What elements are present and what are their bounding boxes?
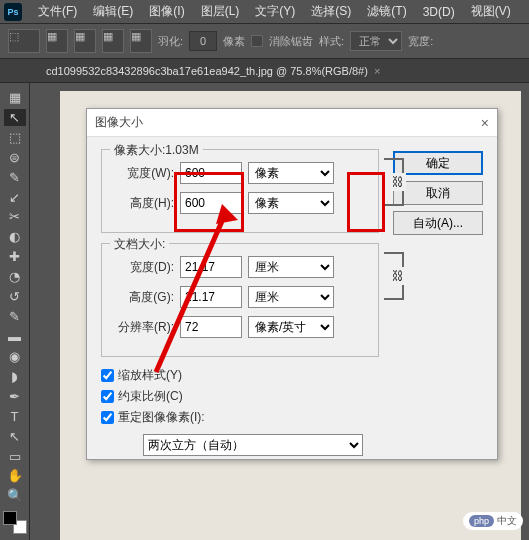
height-label: 高度(H): xyxy=(112,195,174,212)
antialias-label: 消除锯齿 xyxy=(269,34,313,49)
feather-label: 羽化: xyxy=(158,34,183,49)
dialog-titlebar[interactable]: 图像大小 × xyxy=(87,109,497,137)
crop-tool[interactable]: ↙ xyxy=(4,189,26,206)
doc-width-unit[interactable]: 厘米 xyxy=(248,256,334,278)
menu-filter[interactable]: 滤镜(T) xyxy=(359,3,414,20)
php-badge: php xyxy=(469,515,494,527)
hand-tool[interactable]: ✋ xyxy=(4,468,26,485)
interpolation-select[interactable]: 两次立方（自动） xyxy=(143,434,363,456)
width-label: 宽度: xyxy=(408,34,433,49)
dialog-body: 确定 取消 自动(A)... 像素大小:1.03M 宽度(W): 像素 高度(H… xyxy=(87,137,497,461)
path-tool[interactable]: ↖ xyxy=(4,428,26,445)
document-tab[interactable]: cd1099532c83432896c3ba17e61ea942_th.jpg … xyxy=(38,65,388,77)
constrain-prop-box[interactable] xyxy=(101,390,114,403)
menu-edit[interactable]: 编辑(E) xyxy=(85,3,141,20)
gradient-tool[interactable]: ▬ xyxy=(4,328,26,345)
brush-tool[interactable]: ✚ xyxy=(4,248,26,265)
height-input[interactable] xyxy=(180,192,242,214)
fg-color[interactable] xyxy=(3,511,17,525)
link-icon: ⛓ xyxy=(390,267,406,285)
options-checks: 缩放样式(Y) 约束比例(C) 重定图像像素(I): xyxy=(101,367,483,426)
menubar: Ps 文件(F) 编辑(E) 图像(I) 图层(L) 文字(Y) 选择(S) 滤… xyxy=(0,0,529,24)
menu-layer[interactable]: 图层(L) xyxy=(193,3,248,20)
antialias-check[interactable] xyxy=(251,35,263,47)
mode-new[interactable]: ▦ xyxy=(46,29,68,53)
tool-expand-icon[interactable]: ▦ xyxy=(4,89,26,106)
menu-file[interactable]: 文件(F) xyxy=(30,3,85,20)
doc-size-label: 文档大小: xyxy=(110,236,169,253)
constrain-link-doc[interactable]: ⛓ xyxy=(384,252,404,300)
doc-height-label: 高度(G): xyxy=(112,289,174,306)
scale-styles-check[interactable]: 缩放样式(Y) xyxy=(101,367,483,384)
height-unit-select[interactable]: 像素 xyxy=(248,192,334,214)
document-size-group: 文档大小: 宽度(D): 厘米 高度(G): 厘米 分辨率(R): 像素/英寸 … xyxy=(101,243,379,357)
resample-check[interactable]: 重定图像像素(I): xyxy=(101,409,483,426)
tab-close-icon[interactable]: × xyxy=(374,65,380,77)
width-label: 宽度(W): xyxy=(112,165,174,182)
shape-tool[interactable]: ▭ xyxy=(4,448,26,465)
pixel-dimensions-group: 像素大小:1.03M 宽度(W): 像素 高度(H): 像素 ⛓ xyxy=(101,149,379,233)
pixel-dim-label: 像素大小:1.03M xyxy=(110,142,203,159)
feather-unit: 像素 xyxy=(223,34,245,49)
resolution-label: 分辨率(R): xyxy=(112,319,174,336)
options-bar: ⬚ ▦ ▦ ▦ ▦ 羽化: 像素 消除锯齿 样式: 正常 宽度: xyxy=(0,24,529,59)
heal-tool[interactable]: ◐ xyxy=(4,228,26,245)
tab-title: cd1099532c83432896c3ba17e61ea942_th.jpg … xyxy=(46,65,368,77)
ps-logo: Ps xyxy=(4,3,22,21)
dialog-buttons: 确定 取消 自动(A)... xyxy=(393,151,483,235)
lasso-tool[interactable]: ⊜ xyxy=(4,149,26,166)
blur-tool[interactable]: ◉ xyxy=(4,348,26,365)
dodge-tool[interactable]: ◗ xyxy=(4,368,26,385)
style-select[interactable]: 正常 xyxy=(350,31,402,51)
constrain-link-px[interactable]: ⛓ xyxy=(384,158,404,206)
color-swatches[interactable] xyxy=(3,511,27,534)
document-tabbar: cd1099532c83432896c3ba17e61ea942_th.jpg … xyxy=(0,59,529,83)
pen-tool[interactable]: ✒ xyxy=(4,388,26,405)
marquee-tool[interactable]: ⬚ xyxy=(4,129,26,146)
doc-height-unit[interactable]: 厘米 xyxy=(248,286,334,308)
close-icon[interactable]: × xyxy=(481,115,489,131)
feather-input[interactable] xyxy=(189,31,217,51)
watermark-text: 中文 xyxy=(497,514,517,528)
menu-type[interactable]: 文字(Y) xyxy=(247,3,303,20)
mode-add[interactable]: ▦ xyxy=(74,29,96,53)
zoom-tool[interactable]: 🔍 xyxy=(4,487,26,504)
menu-select[interactable]: 选择(S) xyxy=(303,3,359,20)
doc-width-label: 宽度(D): xyxy=(112,259,174,276)
ok-button[interactable]: 确定 xyxy=(393,151,483,175)
link-icon: ⛓ xyxy=(390,173,406,191)
wand-tool[interactable]: ✎ xyxy=(4,169,26,186)
stamp-tool[interactable]: ◔ xyxy=(4,268,26,285)
doc-width-input[interactable] xyxy=(180,256,242,278)
history-brush-tool[interactable]: ↺ xyxy=(4,288,26,305)
constrain-prop-check[interactable]: 约束比例(C) xyxy=(101,388,483,405)
doc-height-input[interactable] xyxy=(180,286,242,308)
menu-3d[interactable]: 3D(D) xyxy=(415,5,463,19)
image-size-dialog: 图像大小 × 确定 取消 自动(A)... 像素大小:1.03M 宽度(W): … xyxy=(86,108,498,460)
mode-sub[interactable]: ▦ xyxy=(102,29,124,53)
width-unit-select[interactable]: 像素 xyxy=(248,162,334,184)
resolution-unit[interactable]: 像素/英寸 xyxy=(248,316,334,338)
move-tool[interactable]: ↖ xyxy=(4,109,26,126)
menu-view[interactable]: 视图(V) xyxy=(463,3,519,20)
dialog-title: 图像大小 xyxy=(95,114,143,131)
cancel-button[interactable]: 取消 xyxy=(393,181,483,205)
scale-styles-box[interactable] xyxy=(101,369,114,382)
tool-preset[interactable]: ⬚ xyxy=(8,29,40,53)
style-label: 样式: xyxy=(319,34,344,49)
type-tool[interactable]: T xyxy=(4,408,26,425)
mode-int[interactable]: ▦ xyxy=(130,29,152,53)
menu-image[interactable]: 图像(I) xyxy=(141,3,192,20)
eyedropper-tool[interactable]: ✂ xyxy=(4,209,26,226)
width-input[interactable] xyxy=(180,162,242,184)
auto-button[interactable]: 自动(A)... xyxy=(393,211,483,235)
resample-box[interactable] xyxy=(101,411,114,424)
tools-panel: ▦ ↖ ⬚ ⊜ ✎ ↙ ✂ ◐ ✚ ◔ ↺ ✎ ▬ ◉ ◗ ✒ T ↖ ▭ ✋ … xyxy=(0,83,30,540)
resolution-input[interactable] xyxy=(180,316,242,338)
watermark: php 中文 xyxy=(463,512,523,530)
eraser-tool[interactable]: ✎ xyxy=(4,308,26,325)
